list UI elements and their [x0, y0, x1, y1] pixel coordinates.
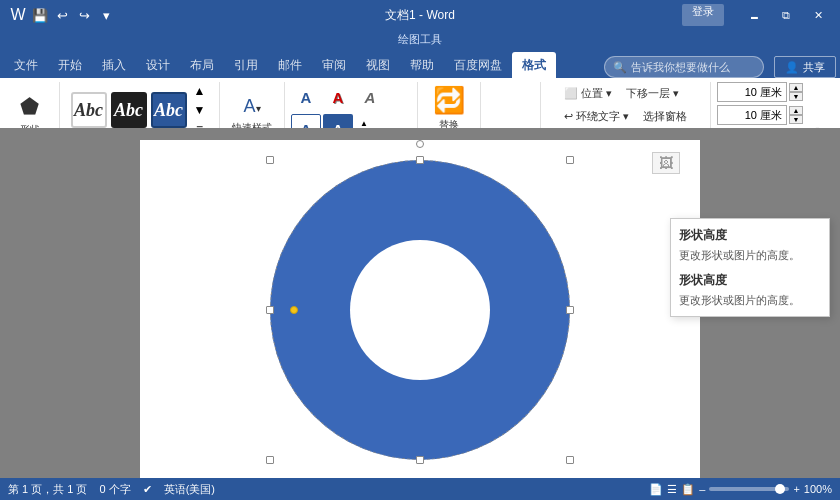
artword-A2[interactable]: A [323, 82, 353, 112]
zoom-in-icon[interactable]: + [793, 483, 799, 495]
tab-design[interactable]: 设计 [136, 52, 180, 78]
select-pane-button[interactable]: 选择窗格 [637, 105, 693, 127]
movedown-label: 下移一层 [626, 86, 670, 101]
zoom-control: – + 100% [699, 483, 832, 495]
quick-access-dropdown[interactable]: ▾ [96, 5, 116, 25]
tab-view[interactable]: 视图 [356, 52, 400, 78]
handle-yellow-adjust[interactable] [290, 306, 298, 314]
view-icon-1[interactable]: 📄 [649, 483, 663, 496]
handle-middle-left[interactable] [266, 306, 274, 314]
image-placeholder: 🖼 [652, 152, 680, 174]
zoom-level: 100% [804, 483, 832, 495]
handle-top-center[interactable] [416, 156, 424, 164]
minimize-button[interactable]: 🗕 [740, 0, 768, 30]
zoom-slider[interactable] [709, 487, 789, 491]
style-down-icon[interactable]: ▼ [191, 101, 209, 119]
handle-middle-right[interactable] [566, 306, 574, 314]
login-button[interactable]: 登录 [682, 4, 724, 26]
height-input[interactable] [717, 82, 787, 102]
share-label: 共享 [803, 60, 825, 75]
tab-home[interactable]: 开始 [48, 52, 92, 78]
share-button[interactable]: 👤 共享 [774, 56, 836, 78]
drawing-tools-label: 绘图工具 [398, 32, 442, 47]
search-bar[interactable]: 🔍 告诉我你想要做什么 [604, 56, 764, 78]
tab-review[interactable]: 审阅 [312, 52, 356, 78]
redo-icon[interactable]: ↪ [74, 5, 94, 25]
tab-reference[interactable]: 引用 [224, 52, 268, 78]
zoom-out-icon[interactable]: – [699, 483, 705, 495]
language: 英语(美国) [164, 482, 215, 497]
handle-top-right[interactable] [566, 156, 574, 164]
title-bar: W 💾 ↩ ↪ ▾ 文档1 - Word 登录 🗕 ⧉ ✕ [0, 0, 840, 30]
tab-baidu[interactable]: 百度网盘 [444, 52, 512, 78]
tab-insert[interactable]: 插入 [92, 52, 136, 78]
artword-A3[interactable]: A [355, 82, 385, 112]
document-page: 🖼 [140, 140, 700, 478]
style-up-icon[interactable]: ▲ [191, 82, 209, 100]
donut-inner-circle [350, 240, 490, 380]
wrap-text-button[interactable]: ↩ 环绕文字 ▾ [558, 105, 635, 127]
status-bar-right: 📄 ☰ 📋 – + 100% [649, 483, 832, 496]
height-down[interactable]: ▼ [789, 92, 803, 101]
save-icon[interactable]: 💾 [30, 5, 50, 25]
view-icon-3[interactable]: 📋 [681, 483, 695, 496]
handle-bottom-center[interactable] [416, 456, 424, 464]
wrap-icon: ↩ [564, 110, 573, 123]
title-bar-right: 登录 🗕 ⧉ ✕ [682, 0, 832, 30]
tab-help[interactable]: 帮助 [400, 52, 444, 78]
drawing-tools-bar: 绘图工具 [0, 30, 840, 48]
donut-shape-container[interactable] [270, 160, 570, 460]
height-up[interactable]: ▲ [789, 83, 803, 92]
selectpane-label: 选择窗格 [643, 109, 687, 124]
shape-style-2[interactable]: Abc [111, 92, 147, 128]
shape-style-1[interactable]: Abc [71, 92, 107, 128]
position-icon: ⬜ [564, 87, 578, 100]
movedown-dropdown[interactable]: ▾ [673, 87, 679, 100]
position-label: 位置 [581, 86, 603, 101]
width-down[interactable]: ▼ [789, 115, 803, 124]
position-button[interactable]: ⬜ 位置 ▾ [558, 82, 618, 104]
view-icon-2[interactable]: ☰ [667, 483, 677, 496]
close-button[interactable]: ✕ [804, 0, 832, 30]
ribbon-tabs: 文件 开始 插入 设计 布局 引用 邮件 审阅 视图 帮助 百度网盘 格式 🔍 … [0, 48, 840, 78]
height-spinner: ▲ ▼ [789, 83, 803, 101]
handle-bottom-right[interactable] [566, 456, 574, 464]
handle-top-left[interactable] [266, 156, 274, 164]
tab-mail[interactable]: 邮件 [268, 52, 312, 78]
search-icon: 🔍 [613, 61, 627, 74]
restore-button[interactable]: ⧉ [772, 0, 800, 30]
arrange-top-row: ⬜ 位置 ▾ 下移一层 ▾ [558, 82, 685, 104]
tab-format[interactable]: 格式 [512, 52, 556, 78]
handle-bottom-left[interactable] [266, 456, 274, 464]
shape-style-3[interactable]: Abc [151, 92, 187, 128]
zoom-thumb[interactable] [775, 484, 785, 494]
status-bar: 第 1 页，共 1 页 0 个字 ✔ 英语(美国) 📄 ☰ 📋 – + 100% [0, 478, 840, 500]
ribbon-tab-right: 🔍 告诉我你想要做什么 👤 共享 [604, 56, 836, 78]
arrange-mid-row: ↩ 环绕文字 ▾ 选择窗格 [558, 105, 693, 127]
tab-file[interactable]: 文件 [4, 52, 48, 78]
tooltip-2-title: 形状高度 [679, 272, 821, 289]
position-dropdown[interactable]: ▾ [606, 87, 612, 100]
shapes-icon: ⬟ [20, 93, 39, 122]
width-up[interactable]: ▲ [789, 106, 803, 115]
tooltip-box: 形状高度 更改形状或图片的高度。 形状高度 更改形状或图片的高度。 [670, 218, 830, 317]
move-down-button[interactable]: 下移一层 ▾ [620, 82, 685, 104]
tooltip-1-title: 形状高度 [679, 227, 821, 244]
height-input-row: ▲ ▼ [717, 82, 803, 102]
status-bar-left: 第 1 页，共 1 页 0 个字 ✔ 英语(美国) [8, 482, 215, 497]
page-info: 第 1 页，共 1 页 [8, 482, 87, 497]
artword-A[interactable]: A [291, 82, 321, 112]
word-icon: W [8, 5, 28, 25]
tab-layout[interactable]: 布局 [180, 52, 224, 78]
quick-access-toolbar: W 💾 ↩ ↪ ▾ [8, 5, 116, 25]
replace-icon: 🔁 [433, 85, 465, 116]
title-bar-left: W 💾 ↩ ↪ ▾ [8, 5, 116, 25]
width-input[interactable] [717, 105, 787, 125]
tooltip-2-desc: 更改形状或图片的高度。 [679, 292, 821, 309]
width-input-row: ▲ ▼ [717, 105, 803, 125]
handle-rotate[interactable] [416, 140, 424, 148]
wrap-dropdown[interactable]: ▾ [623, 110, 629, 123]
undo-icon[interactable]: ↩ [52, 5, 72, 25]
tooltip-1-desc: 更改形状或图片的高度。 [679, 247, 821, 264]
wrap-label: 环绕文字 [576, 109, 620, 124]
